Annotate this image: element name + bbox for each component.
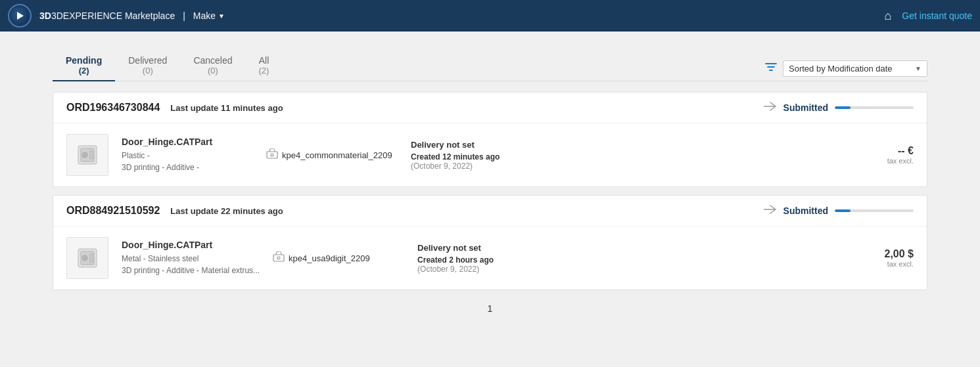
sort-dropdown[interactable]: Sorted by Modification date ▼	[783, 60, 927, 77]
top-navigation: 3D3DEXPERIENCE Marketplace | Make ▼ ⌂ Ge…	[0, 0, 980, 32]
order-item-2: Door_Hinge.CATPart Metal - Stainless ste…	[53, 227, 927, 290]
created-label-1: Created 12 minutes ago	[411, 152, 542, 162]
price-tax-1: tax excl.	[887, 157, 914, 165]
order-progress-2	[835, 209, 914, 212]
order-progress-1	[835, 106, 914, 109]
svg-point-5	[271, 154, 273, 156]
item-price-2: 2,00 $ tax excl.	[885, 248, 914, 268]
svg-point-3	[83, 154, 86, 156]
main-content: Pending (2) Delivered (0) Canceled (0) A…	[0, 32, 980, 343]
order-progress-fill-1	[835, 106, 851, 109]
order-id-2: ORD884921510592	[66, 205, 160, 217]
tab-all[interactable]: All (2)	[246, 47, 283, 81]
order-status-2: Submitted	[783, 205, 828, 216]
home-icon[interactable]: ⌂	[884, 9, 891, 23]
order-arrow-icon-1	[764, 102, 777, 114]
brand-title: 3D3DEXPERIENCE Marketplace	[39, 11, 175, 21]
tabs-controls: Sorted by Modification date ▼	[764, 60, 927, 81]
item-name-2: Door_Hinge.CATPart	[122, 240, 260, 250]
supplier-name-1: kpe4_commonmaterial_2209	[282, 150, 392, 160]
price-value-1: -- €	[887, 145, 914, 157]
order-card-2: ORD884921510592 Last update 22 minutes a…	[53, 195, 927, 290]
svg-rect-4	[267, 152, 277, 158]
price-value-2: 2,00 $	[885, 248, 914, 260]
svg-rect-10	[273, 255, 284, 261]
item-thumbnail-2	[66, 237, 108, 279]
item-info-2: Door_Hinge.CATPart Metal - Stainless ste…	[122, 240, 260, 276]
orders-list: ORD196346730844 Last update 11 minutes a…	[53, 92, 927, 290]
order-item-1: Door_Hinge.CATPart Plastic - 3D printing…	[53, 123, 927, 186]
item-price-1: -- € tax excl.	[887, 145, 914, 165]
item-delivery-2: Delivery not set Created 2 hours ago (Oc…	[417, 243, 549, 274]
logo-icon	[8, 4, 32, 28]
order-update-1: Last update 11 minutes ago	[170, 103, 283, 113]
make-menu[interactable]: Make ▼	[193, 11, 225, 21]
order-card-1: ORD196346730844 Last update 11 minutes a…	[53, 92, 927, 187]
svg-point-9	[83, 257, 86, 259]
item-thumbnail-1	[66, 134, 108, 176]
delivery-label-2: Delivery not set	[417, 243, 549, 253]
supplier-icon-1	[266, 148, 278, 162]
order-status-area-1: Submitted	[764, 102, 914, 114]
item-material-1: Plastic - 3D printing - Additive -	[122, 150, 253, 173]
tabs-bar: Pending (2) Delivered (0) Canceled (0) A…	[53, 47, 927, 81]
item-supplier-1: kpe4_commonmaterial_2209	[266, 148, 398, 162]
order-header-2: ORD884921510592 Last update 22 minutes a…	[53, 196, 927, 227]
item-delivery-1: Delivery not set Created 12 minutes ago …	[411, 140, 542, 171]
brand-logo[interactable]: 3D3DEXPERIENCE Marketplace | Make ▼	[8, 4, 225, 28]
tab-delivered[interactable]: Delivered (0)	[115, 47, 180, 81]
order-update-2: Last update 22 minutes ago	[170, 206, 283, 216]
item-info-1: Door_Hinge.CATPart Plastic - 3D printing…	[122, 137, 253, 173]
order-status-area-2: Submitted	[764, 205, 914, 217]
item-supplier-2: kpe4_usa9digit_2209	[273, 251, 404, 265]
sort-arrow-icon: ▼	[915, 65, 922, 72]
instant-quote-button[interactable]: Get instant quote	[902, 11, 972, 21]
supplier-icon-2	[273, 251, 285, 265]
svg-point-11	[277, 257, 280, 259]
order-progress-fill-2	[835, 209, 851, 212]
order-arrow-icon-2	[764, 205, 777, 217]
sort-label: Sorted by Modification date	[789, 64, 893, 74]
pagination-current[interactable]: 1	[488, 303, 493, 314]
created-date-1: (October 9, 2022)	[411, 162, 542, 171]
item-name-1: Door_Hinge.CATPart	[122, 137, 253, 147]
order-id-1: ORD196346730844	[66, 102, 160, 114]
created-label-2: Created 2 hours ago	[417, 255, 549, 265]
pagination: 1	[53, 290, 927, 327]
tab-canceled[interactable]: Canceled (0)	[180, 47, 245, 81]
order-header-1: ORD196346730844 Last update 11 minutes a…	[53, 93, 927, 123]
filter-icon[interactable]	[764, 60, 778, 77]
nav-separator: |	[183, 11, 185, 21]
created-date-2: (October 9, 2022)	[417, 265, 549, 274]
delivery-label-1: Delivery not set	[411, 140, 542, 150]
item-material-2: Metal - Stainless steel 3D printing - Ad…	[122, 253, 260, 276]
supplier-name-2: kpe4_usa9digit_2209	[289, 253, 370, 263]
order-status-1: Submitted	[783, 102, 828, 113]
tab-pending[interactable]: Pending (2)	[53, 47, 115, 81]
topnav-right: ⌂ Get instant quote	[884, 9, 972, 23]
price-tax-2: tax excl.	[885, 260, 914, 268]
